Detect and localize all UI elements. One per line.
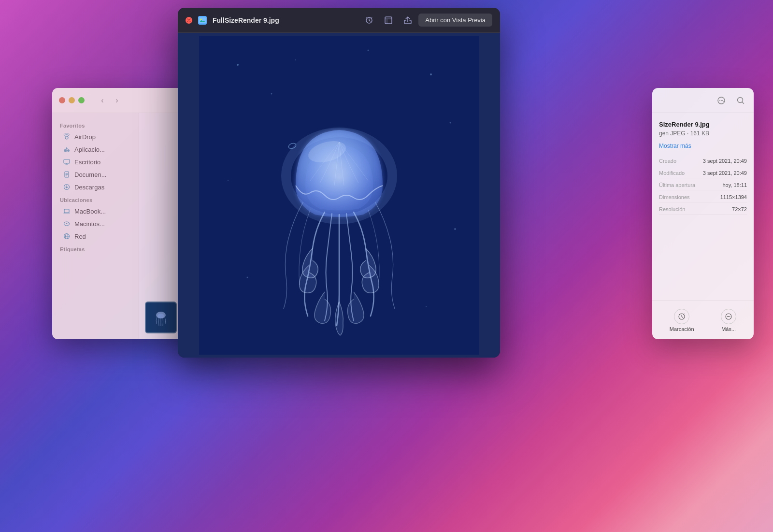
marcacion-label: Marcación — [670, 326, 694, 332]
info-row-resolution: Resolución 72×72 — [659, 204, 747, 215]
svg-point-0 — [65, 136, 68, 139]
quicklook-titlebar: FullSizeRender 9.jpg — [178, 8, 500, 33]
network-icon — [63, 232, 71, 240]
mas-button[interactable]: Más... — [721, 309, 736, 332]
markup-icon-button[interactable] — [364, 15, 374, 25]
applications-icon — [63, 145, 71, 153]
mas-label: Más... — [721, 326, 736, 332]
documents-icon — [63, 171, 71, 178]
open-with-preview-button[interactable]: Abrir con Vista Previa — [418, 14, 492, 27]
more-options-button[interactable] — [714, 93, 729, 108]
sidebar-item-macbook[interactable]: MacBook... — [55, 205, 136, 217]
sidebar-item-red[interactable]: Red — [55, 230, 136, 243]
sidebar-label-documentos: Documen... — [74, 171, 106, 178]
info-row-last-opened: Última apertura hoy, 18:11 — [659, 180, 747, 190]
sidebar-item-documentos[interactable]: Documen... — [55, 168, 136, 181]
svg-rect-6 — [64, 209, 69, 213]
section-etiquetas: Etiquetas — [52, 243, 139, 254]
section-ubicaciones: Ubicaciones — [52, 193, 139, 205]
sidebar-item-macintos[interactable]: Macintos... — [55, 217, 136, 230]
minimize-button[interactable] — [69, 97, 75, 103]
info-filename: SizeRender 9.jpg — [659, 121, 747, 128]
quicklook-close-button[interactable] — [186, 17, 192, 24]
resolution-label: Resolución — [659, 206, 685, 212]
finder-sidebar: Favoritos AirDrop — [52, 113, 139, 339]
svg-point-39 — [728, 316, 729, 317]
info-panel-footer: Marcación Más... — [652, 301, 754, 339]
sidebar-label-airdrop: AirDrop — [74, 133, 96, 141]
info-panel-header — [652, 88, 754, 113]
modified-value: 3 sept 2021, 20:49 — [703, 170, 747, 176]
svg-point-13 — [157, 314, 164, 318]
sidebar-label-macbook: MacBook... — [74, 208, 106, 215]
svg-point-38 — [727, 316, 728, 317]
image-thumbnail[interactable] — [145, 302, 177, 333]
sidebar-item-airdrop[interactable]: AirDrop — [55, 130, 136, 143]
markup-action-icon — [674, 309, 689, 324]
svg-point-33 — [719, 100, 720, 101]
svg-point-24 — [454, 228, 456, 230]
resolution-value: 72×72 — [732, 206, 747, 212]
quicklook-image-area — [178, 33, 500, 358]
svg-point-19 — [237, 64, 239, 66]
info-row-created: Creado 3 sept 2021, 20:49 — [659, 156, 747, 166]
jellyfish-illustration — [199, 36, 479, 355]
svg-point-40 — [730, 316, 730, 317]
sidebar-label-red: Red — [74, 233, 86, 240]
svg-point-27 — [295, 59, 296, 60]
dimensions-label: Dimensiones — [659, 194, 690, 200]
created-value: 3 sept 2021, 20:49 — [703, 158, 747, 164]
more-action-icon — [721, 309, 736, 324]
created-label: Creado — [659, 158, 676, 164]
svg-point-35 — [722, 100, 723, 101]
forward-button[interactable]: › — [111, 94, 123, 107]
file-type-icon — [198, 16, 207, 25]
quicklook-window: FullSizeRender 9.jpg — [178, 8, 500, 358]
traffic-lights — [59, 97, 85, 103]
svg-point-21 — [430, 73, 432, 75]
info-row-modified: Modificado 3 sept 2021, 20:49 — [659, 168, 747, 178]
svg-point-28 — [367, 50, 369, 51]
svg-point-1 — [67, 149, 70, 152]
marcacion-button[interactable]: Marcación — [670, 309, 694, 332]
show-more-button[interactable]: Mostrar más — [659, 143, 747, 149]
quicklook-toolbar — [364, 15, 413, 25]
disk-icon — [63, 220, 71, 228]
svg-point-26 — [426, 306, 427, 307]
quicklook-title: FullSizeRender 9.jpg — [213, 16, 358, 24]
svg-point-23 — [228, 180, 229, 181]
desktop-icon — [63, 158, 71, 166]
sidebar-label-aplicaciones: Aplicacio... — [74, 146, 105, 153]
share-icon-button[interactable] — [403, 15, 413, 25]
svg-point-20 — [271, 93, 272, 95]
downloads-icon — [63, 183, 71, 191]
info-row-dimensions: Dimensiones 1115×1394 — [659, 192, 747, 202]
svg-point-34 — [721, 100, 722, 101]
svg-rect-2 — [64, 149, 67, 152]
finder-navigation: ‹ › — [96, 94, 123, 107]
sidebar-item-aplicaciones[interactable]: Aplicacio... — [55, 143, 136, 156]
resize-icon-button[interactable] — [384, 15, 393, 25]
modified-label: Modificado — [659, 170, 685, 176]
dimensions-value: 1115×1394 — [720, 194, 747, 200]
svg-point-36 — [738, 97, 743, 102]
svg-rect-17 — [385, 17, 392, 24]
last-opened-value: hoy, 18:11 — [722, 182, 747, 188]
svg-rect-3 — [64, 159, 70, 163]
close-button[interactable] — [59, 97, 65, 103]
svg-point-16 — [200, 18, 202, 20]
sidebar-item-descargas[interactable]: Descargas — [55, 181, 136, 193]
maximize-button[interactable] — [78, 97, 85, 103]
info-panel: SizeRender 9.jpg gen JPEG · 161 KB Mostr… — [652, 88, 754, 339]
sidebar-label-escritorio: Escritorio — [74, 158, 100, 166]
sidebar-label-descargas: Descargas — [74, 184, 104, 191]
search-button[interactable] — [733, 93, 748, 108]
svg-point-22 — [449, 122, 451, 124]
svg-rect-15 — [199, 17, 206, 23]
airdrop-icon — [63, 133, 71, 141]
info-panel-body: SizeRender 9.jpg gen JPEG · 161 KB Mostr… — [652, 113, 754, 301]
back-button[interactable]: ‹ — [96, 94, 109, 107]
section-favoritos: Favoritos — [52, 119, 139, 130]
info-filetype: gen JPEG · 161 KB — [659, 130, 747, 137]
sidebar-item-escritorio[interactable]: Escritorio — [55, 156, 136, 168]
